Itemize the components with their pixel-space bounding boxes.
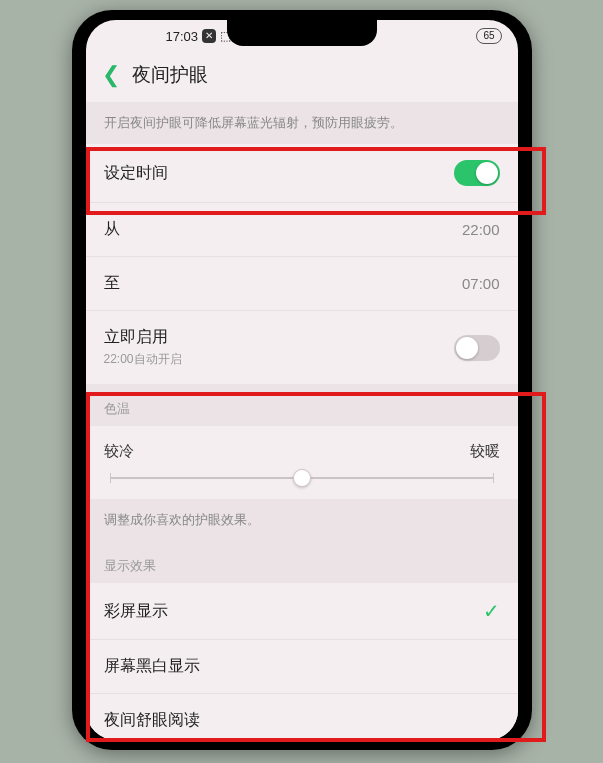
schedule-to-row[interactable]: 至 07:00 [86,257,518,311]
check-icon: ✓ [483,599,500,623]
display-option-label: 夜间舒眼阅读 [104,710,200,731]
schedule-to-value: 07:00 [462,275,500,292]
display-effect-section: 显示效果 [86,541,518,583]
back-icon[interactable]: ❮ [102,64,120,86]
display-option-color[interactable]: 彩屏显示 ✓ [86,583,518,640]
color-temp-cold-label: 较冷 [104,442,134,461]
color-temp-warm-label: 较暖 [470,442,500,461]
enable-now-toggle[interactable] [454,335,500,361]
page-description: 开启夜间护眼可降低屏幕蓝光辐射，预防用眼疲劳。 [86,102,518,144]
display-option-label: 彩屏显示 [104,601,168,622]
color-temp-thumb[interactable] [293,469,311,487]
set-schedule-row[interactable]: 设定时间 [86,144,518,203]
page-title: 夜间护眼 [132,62,208,88]
schedule-from-value: 22:00 [462,221,500,238]
display-option-label: 屏幕黑白显示 [104,656,200,677]
set-schedule-label: 设定时间 [104,163,168,184]
enable-now-label: 立即启用 [104,327,182,348]
page-header: ❮ 夜间护眼 [86,52,518,102]
display-option-bw[interactable]: 屏幕黑白显示 [86,640,518,694]
enable-now-row[interactable]: 立即启用 22:00自动开启 [86,311,518,384]
schedule-from-label: 从 [104,219,120,240]
color-temp-hint: 调整成你喜欢的护眼效果。 [86,499,518,541]
schedule-to-label: 至 [104,273,120,294]
color-temp-block: 较冷 较暖 [86,426,518,499]
enable-now-sub: 22:00自动开启 [104,351,182,368]
battery-indicator: 65 [476,28,501,44]
status-time: 17:03 [166,29,199,44]
set-schedule-toggle[interactable] [454,160,500,186]
close-indicator-icon: ✕ [202,29,216,43]
color-temp-slider[interactable] [110,477,494,479]
schedule-from-row[interactable]: 从 22:00 [86,203,518,257]
color-temp-section: 色温 [86,384,518,426]
display-option-night-read[interactable]: 夜间舒眼阅读 [86,694,518,740]
